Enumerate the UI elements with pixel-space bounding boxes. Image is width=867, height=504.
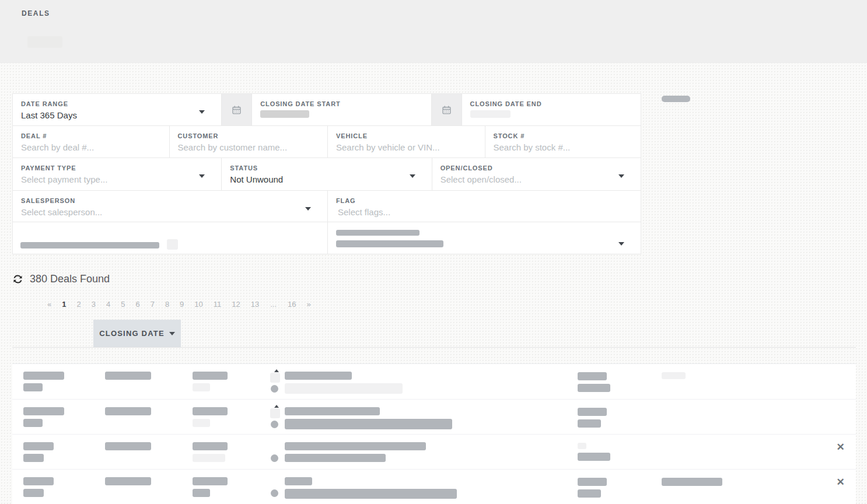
- skeleton-bar: [105, 442, 151, 450]
- skeleton-bar: [193, 489, 210, 497]
- caret-down-icon: [199, 174, 205, 178]
- payment-type-placeholder: Select payment type...: [21, 174, 213, 184]
- salesperson-placeholder: Select salesperson...: [21, 207, 319, 217]
- deal-row[interactable]: ✕: [12, 469, 856, 504]
- skeleton-bar: [285, 407, 380, 415]
- filter-salesperson[interactable]: SALESPERSON Select salesperson...: [13, 191, 328, 222]
- row-cell: ✕: [825, 470, 856, 504]
- closing-date-start-label: CLOSING DATE START: [260, 100, 422, 107]
- skeleton-bar: [578, 419, 601, 428]
- deals-table: ✕✕: [12, 363, 856, 504]
- row-cell: [662, 400, 825, 434]
- skeleton-box: [167, 239, 178, 250]
- closing-date-end-label: CLOSING DATE END: [470, 100, 632, 107]
- row-cell: [578, 470, 662, 504]
- pagination-page-11[interactable]: 11: [208, 299, 227, 310]
- filter-customer: CUSTOMER: [170, 126, 328, 158]
- vehicle-thumbnail-skeleton: [270, 373, 280, 383]
- deal-number-input[interactable]: [21, 142, 161, 152]
- row-cell: [269, 435, 285, 469]
- deal-row[interactable]: [12, 364, 856, 399]
- skeleton-bar: [105, 372, 151, 380]
- pagination-page-8[interactable]: 8: [160, 299, 174, 310]
- closing-date-start-calendar-button[interactable]: [222, 94, 252, 125]
- skeleton-bar: [23, 477, 54, 485]
- skeleton-bar: [193, 454, 225, 462]
- row-cell: [285, 435, 578, 469]
- row-cell: [23, 400, 105, 434]
- pagination-page-5[interactable]: 5: [116, 299, 130, 310]
- filter-flag[interactable]: FLAG Select flags...: [328, 191, 641, 222]
- refresh-icon[interactable]: [13, 274, 23, 284]
- filter-row-3: PAYMENT TYPE Select payment type... STAT…: [13, 158, 641, 191]
- pagination-next[interactable]: »: [302, 299, 316, 310]
- stock-number-label: STOCK #: [494, 132, 633, 139]
- row-cell: [825, 364, 856, 399]
- row-cell: ✕: [825, 435, 856, 469]
- vehicle-input[interactable]: [336, 142, 477, 152]
- filter-extra-left[interactable]: [13, 222, 328, 254]
- customer-label: CUSTOMER: [178, 132, 320, 139]
- pagination: «12345678910111213...16»: [42, 299, 316, 310]
- filter-payment-type[interactable]: PAYMENT TYPE Select payment type...: [13, 158, 222, 190]
- filter-status[interactable]: STATUS Not Unwound: [222, 158, 432, 190]
- stock-number-input[interactable]: [494, 142, 633, 152]
- skeleton-bar: [105, 477, 151, 485]
- skeleton-bar: [336, 230, 419, 236]
- open-closed-label: OPEN/CLOSED: [441, 164, 632, 172]
- pagination-page-7[interactable]: 7: [145, 299, 160, 310]
- skeleton-bar: [578, 453, 610, 461]
- calendar-icon: [232, 105, 242, 115]
- pagination-page-12[interactable]: 12: [226, 299, 245, 310]
- filter-date-range[interactable]: DATE RANGE Last 365 Days: [13, 94, 222, 125]
- pagination-page-1[interactable]: 1: [57, 299, 71, 310]
- skeleton-bar: [193, 477, 228, 485]
- skeleton-bar: [23, 383, 43, 391]
- pagination-page-13[interactable]: 13: [246, 299, 264, 310]
- closing-date-end-skeleton: [470, 110, 511, 118]
- results-header: 380 Deals Found: [13, 273, 110, 285]
- deal-row[interactable]: [12, 399, 856, 434]
- date-range-label: DATE RANGE: [21, 100, 213, 107]
- row-cell: [578, 364, 662, 399]
- pagination-page-6[interactable]: 6: [130, 299, 145, 310]
- skeleton-bar: [578, 408, 607, 416]
- skeleton-bar: [23, 442, 54, 450]
- skeleton-bar: [578, 384, 610, 392]
- pagination-page-16[interactable]: 16: [282, 299, 301, 310]
- skeleton-bar: [285, 454, 386, 462]
- customer-input[interactable]: [178, 142, 320, 152]
- row-cell: [193, 470, 269, 504]
- row-cell: [23, 364, 105, 399]
- pagination-prev[interactable]: «: [42, 299, 57, 310]
- pagination-page-10[interactable]: 10: [189, 299, 208, 310]
- filter-extra-right[interactable]: [328, 222, 641, 254]
- close-icon[interactable]: ✕: [834, 440, 847, 454]
- pagination-page-3[interactable]: 3: [86, 299, 101, 310]
- closing-date-end-calendar-button[interactable]: [432, 94, 462, 125]
- open-closed-placeholder: Select open/closed...: [441, 174, 632, 184]
- skeleton-bar: [578, 478, 607, 486]
- skeleton-bar: [336, 240, 443, 247]
- deals-found-count: 380 Deals Found: [30, 273, 110, 285]
- filter-closing-date-end[interactable]: CLOSING DATE END: [462, 94, 641, 125]
- pagination-page-9[interactable]: 9: [174, 299, 189, 310]
- divider: [12, 347, 856, 348]
- skeleton-bar: [193, 442, 228, 450]
- sort-button-label: CLOSING DATE: [99, 329, 165, 338]
- pagination-page-2[interactable]: 2: [71, 299, 86, 310]
- row-cell: [285, 470, 578, 504]
- skeleton-bar: [285, 372, 352, 380]
- pagination-page-4[interactable]: 4: [101, 299, 116, 310]
- row-cell: [285, 400, 578, 434]
- deal-row[interactable]: ✕: [12, 434, 856, 469]
- closing-date-sort-button[interactable]: CLOSING DATE: [93, 320, 181, 347]
- page-header: DEALS: [0, 0, 867, 63]
- caret-down-icon: [169, 332, 175, 335]
- skeleton-bar: [193, 407, 228, 415]
- close-icon[interactable]: ✕: [834, 475, 847, 489]
- flag-label: FLAG: [336, 197, 632, 204]
- caret-down-icon: [305, 207, 311, 211]
- filter-open-closed[interactable]: OPEN/CLOSED Select open/closed...: [432, 158, 641, 190]
- filter-closing-date-start[interactable]: CLOSING DATE START: [252, 94, 431, 125]
